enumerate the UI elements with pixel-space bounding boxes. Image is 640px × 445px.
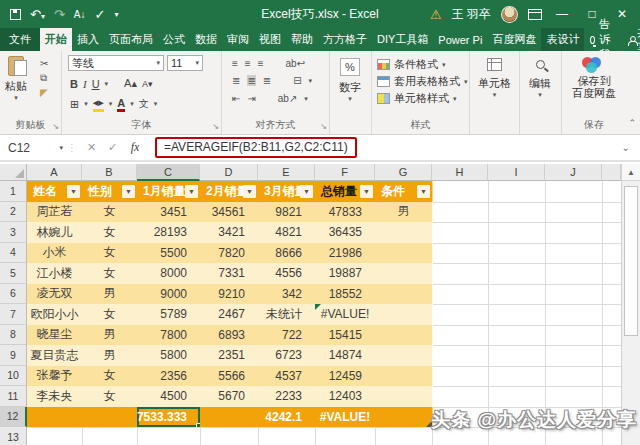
cell-I5[interactable] bbox=[488, 263, 546, 285]
cell-F7[interactable]: #VALUE! bbox=[315, 304, 376, 326]
cell-I9[interactable] bbox=[488, 345, 546, 367]
cell-B8[interactable]: 男 bbox=[82, 325, 138, 347]
tab-插入[interactable]: 插入 bbox=[72, 28, 104, 51]
cell-E5[interactable]: 4556 bbox=[258, 263, 316, 285]
cell-E10[interactable]: 4537 bbox=[258, 366, 316, 388]
cell-G11[interactable] bbox=[375, 386, 433, 408]
cell-K5[interactable] bbox=[602, 263, 621, 285]
cell-B3[interactable]: 女 bbox=[82, 222, 138, 244]
cell-A10[interactable]: 张馨予 bbox=[27, 366, 83, 388]
insert-function-icon[interactable]: fx bbox=[123, 140, 147, 155]
cell-J11[interactable] bbox=[545, 386, 603, 408]
align-center-icon[interactable]: ≣ bbox=[247, 75, 255, 86]
cell-J7[interactable] bbox=[545, 304, 603, 326]
align-middle-icon[interactable]: ≡ bbox=[245, 58, 251, 69]
cell-G6[interactable] bbox=[375, 284, 433, 306]
cut-icon[interactable]: ✂ bbox=[40, 58, 48, 69]
column-header-A[interactable]: A bbox=[27, 164, 82, 181]
cell-E1[interactable]: 3月销量▼ bbox=[258, 181, 316, 203]
cell-J4[interactable] bbox=[545, 243, 603, 265]
cell-H2[interactable] bbox=[432, 202, 489, 224]
cell-C13[interactable] bbox=[137, 427, 201, 445]
cancel-icon[interactable]: ✕ bbox=[81, 141, 102, 154]
fill-color-button[interactable]: ◂▸ bbox=[93, 96, 104, 112]
cell-G9[interactable] bbox=[375, 345, 433, 367]
cell-D11[interactable]: 5670 bbox=[200, 386, 259, 408]
font-name-select[interactable]: 等线▾ bbox=[68, 55, 164, 71]
row-header-3[interactable]: 3 bbox=[0, 222, 27, 243]
cell-G1[interactable]: 条件▼ bbox=[375, 181, 433, 203]
undo-icon[interactable]: ↶▾ bbox=[30, 7, 45, 22]
cell-A7[interactable]: 欧阳小小 bbox=[27, 304, 83, 326]
cell-K1[interactable] bbox=[602, 181, 621, 203]
column-header-H[interactable]: H bbox=[432, 164, 488, 181]
cell-J3[interactable] bbox=[545, 222, 603, 244]
cell-A4[interactable]: 小米 bbox=[27, 243, 83, 265]
cell-F2[interactable]: 47833 bbox=[315, 202, 376, 224]
align-top-icon[interactable]: ≡ bbox=[232, 58, 238, 69]
tab-页面布局[interactable]: 页面布局 bbox=[104, 28, 158, 51]
cells-button[interactable]: 单元格 ▾ bbox=[478, 58, 511, 99]
customize-qat-icon[interactable]: ▾ bbox=[114, 10, 118, 19]
cell-D8[interactable]: 6893 bbox=[200, 325, 259, 347]
cell-F8[interactable]: 15415 bbox=[315, 325, 376, 347]
cell-E4[interactable]: 8666 bbox=[258, 243, 316, 265]
cell-F13[interactable] bbox=[315, 427, 376, 445]
cell-I10[interactable] bbox=[488, 366, 546, 388]
cell-C2[interactable]: 3451 bbox=[137, 202, 201, 224]
expand-formula-bar-icon[interactable]: ⌄ bbox=[622, 142, 640, 153]
tab-方方格子[interactable]: 方方格子 bbox=[318, 28, 372, 51]
cell-D7[interactable]: 2467 bbox=[200, 304, 259, 326]
tab-文件[interactable]: 文件 bbox=[0, 28, 40, 51]
cell-C5[interactable]: 8000 bbox=[137, 263, 201, 285]
cell-A9[interactable]: 夏目贵志 bbox=[27, 345, 83, 367]
cell-B5[interactable]: 女 bbox=[82, 263, 138, 285]
ribbon-display-options-icon[interactable] bbox=[528, 9, 542, 20]
column-header-partial[interactable] bbox=[602, 164, 621, 181]
cell-J1[interactable] bbox=[545, 181, 603, 203]
align-left-icon[interactable]: ≣ bbox=[232, 75, 240, 86]
save-to-netdisk-button[interactable]: 保存到 百度网盘 bbox=[572, 55, 616, 99]
cell-H7[interactable] bbox=[432, 304, 489, 326]
warning-icon[interactable]: ⚠ bbox=[430, 7, 442, 22]
cell-K8[interactable] bbox=[602, 325, 621, 347]
cell-G7[interactable] bbox=[375, 304, 433, 326]
conditional-formatting-button[interactable]: 条件格式▾ bbox=[377, 56, 468, 73]
cell-E11[interactable]: 2233 bbox=[258, 386, 316, 408]
shrink-font-button[interactable]: A▾ bbox=[142, 79, 153, 89]
spell-check-icon[interactable]: ✓ bbox=[95, 7, 106, 22]
scrollbar-thumb[interactable] bbox=[624, 186, 638, 336]
row-header-2[interactable]: 2 bbox=[0, 202, 27, 223]
minimize-button[interactable]: — bbox=[552, 7, 572, 21]
cell-I2[interactable] bbox=[488, 202, 546, 224]
row-header-5[interactable]: 5 bbox=[0, 263, 27, 284]
row-header-6[interactable]: 6 bbox=[0, 284, 27, 305]
alignment-launcher-icon[interactable]: ↘ bbox=[320, 122, 327, 131]
cell-K4[interactable] bbox=[602, 243, 621, 265]
filter-dropdown-icon[interactable]: ▼ bbox=[185, 185, 198, 198]
cell-C6[interactable]: 9000 bbox=[137, 284, 201, 306]
cell-J6[interactable] bbox=[545, 284, 603, 306]
cell-I1[interactable] bbox=[488, 181, 546, 203]
cell-C3[interactable]: 28193 bbox=[137, 222, 201, 244]
close-button[interactable]: ✕ bbox=[612, 7, 632, 21]
cell-styles-button[interactable]: 单元格样式▾ bbox=[377, 90, 468, 107]
cell-K11[interactable] bbox=[602, 386, 621, 408]
cell-A8[interactable]: 晓星尘 bbox=[27, 325, 83, 347]
tab-开始[interactable]: 开始 bbox=[40, 28, 72, 51]
cell-G13[interactable] bbox=[375, 427, 433, 445]
tab-Power Pi[interactable]: Power Pi bbox=[433, 28, 487, 51]
cell-G2[interactable]: 男 bbox=[375, 202, 433, 224]
editing-button[interactable]: 编辑 ▾ bbox=[529, 58, 551, 99]
cell-C7[interactable]: 5789 bbox=[137, 304, 201, 326]
row-header-7[interactable]: 7 bbox=[0, 304, 27, 325]
cell-G8[interactable] bbox=[375, 325, 433, 347]
cell-D1[interactable]: 2月销量▼ bbox=[200, 181, 259, 203]
cell-B11[interactable]: 女 bbox=[82, 386, 138, 408]
cell-A11[interactable]: 李未央 bbox=[27, 386, 83, 408]
cell-E8[interactable]: 722 bbox=[258, 325, 316, 347]
cell-D6[interactable]: 9210 bbox=[200, 284, 259, 306]
filter-dropdown-icon[interactable]: ▼ bbox=[300, 185, 313, 198]
cell-D5[interactable]: 7331 bbox=[200, 263, 259, 285]
cell-G12[interactable] bbox=[375, 407, 433, 429]
